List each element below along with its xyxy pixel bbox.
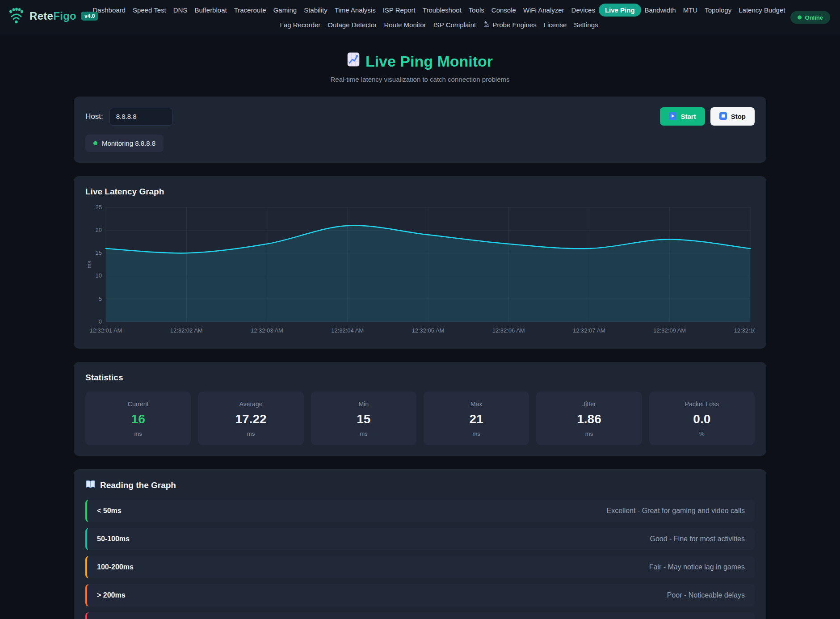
version-badge: v4.0 xyxy=(81,12,98,21)
reading-title: Reading the Graph xyxy=(85,480,755,491)
nav-item-probe-engines[interactable]: Probe Engines xyxy=(479,18,540,31)
stat-value: 0.0 xyxy=(654,412,750,426)
stat-card-min: Min15ms xyxy=(311,392,416,445)
controls-card: Host: Start Stop Monitoring 8. xyxy=(74,97,766,163)
stat-unit: ms xyxy=(428,430,525,437)
paw-wifi-logo-icon xyxy=(7,6,25,26)
stop-button[interactable]: Stop xyxy=(710,107,755,126)
app-logo[interactable]: ReteFigo v4.0 xyxy=(7,6,98,26)
nav-item-latency-budget[interactable]: Latency Budget xyxy=(735,4,789,17)
stat-card-max: Max21ms xyxy=(424,392,529,445)
stat-unit: % xyxy=(654,430,750,437)
nav-item-route-monitor[interactable]: Route Monitor xyxy=(380,18,429,31)
svg-text:25: 25 xyxy=(96,204,102,211)
svg-text:12:32:04 AM: 12:32:04 AM xyxy=(331,327,364,334)
chart-increasing-icon xyxy=(347,52,360,70)
nav-item-stability[interactable]: Stability xyxy=(300,4,331,17)
latency-line-chart: 051015202512:32:01 AM12:32:02 AM12:32:03… xyxy=(85,204,755,338)
nav-item-outage-detector[interactable]: Outage Detector xyxy=(324,18,380,31)
stat-label: Average xyxy=(202,400,299,408)
nav-item-topology[interactable]: Topology xyxy=(701,4,735,17)
svg-text:15: 15 xyxy=(96,249,102,256)
host-input[interactable] xyxy=(109,108,173,126)
legend-description: Fair - May notice lag in games xyxy=(649,563,745,571)
svg-text:10: 10 xyxy=(96,272,102,279)
nav-item-traceroute[interactable]: Traceroute xyxy=(231,4,270,17)
stats-grid: Current16msAverage17.22msMin15msMax21msJ… xyxy=(85,392,755,445)
statistics-title: Statistics xyxy=(85,373,755,383)
monitoring-status-badge: Monitoring 8.8.8.8 xyxy=(85,135,164,152)
nav-item-dns[interactable]: DNS xyxy=(170,4,191,17)
stat-value: 15 xyxy=(315,412,412,426)
nav-item-bufferbloat[interactable]: Bufferbloat xyxy=(191,4,230,17)
stat-label: Current xyxy=(90,400,186,408)
status-badge: Online xyxy=(790,11,830,24)
page-subtitle: Real-time latency visualization to catch… xyxy=(0,76,840,83)
microscope-icon xyxy=(483,21,490,29)
stop-icon xyxy=(719,112,727,121)
nav-item-troubleshoot[interactable]: Troubleshoot xyxy=(419,4,465,17)
stat-unit: ms xyxy=(202,430,299,437)
nav-item-license[interactable]: License xyxy=(540,18,571,31)
nav-item-isp-complaint[interactable]: ISP Complaint xyxy=(430,18,480,31)
svg-text:20: 20 xyxy=(96,227,102,233)
legend-range: 50-100ms xyxy=(97,535,130,543)
stat-card-jitter: Jitter1.86ms xyxy=(536,392,642,445)
nav-item-bandwidth[interactable]: Bandwidth xyxy=(641,4,680,17)
nav-item-tools[interactable]: Tools xyxy=(465,4,488,17)
nav-item-lag-recorder[interactable]: Lag Recorder xyxy=(276,18,324,31)
stat-value: 16 xyxy=(90,412,186,426)
nav-item-gaming[interactable]: Gaming xyxy=(270,4,301,17)
legend-range: 100-200ms xyxy=(97,563,134,571)
legend-description: Poor - Noticeable delays xyxy=(667,591,745,599)
svg-text:12:32:09 AM: 12:32:09 AM xyxy=(653,327,686,334)
nav-item-mtu[interactable]: MTU xyxy=(680,4,701,17)
open-book-icon xyxy=(85,480,96,491)
legend-row-50-100ms: 50-100msGood - Fine for most activities xyxy=(85,528,755,550)
nav-row-primary: DashboardSpeed TestDNSBufferbloatTracero… xyxy=(89,4,789,17)
reading-guide-card: Reading the Graph < 50msExcellent - Grea… xyxy=(74,469,766,619)
svg-text:12:32:03 AM: 12:32:03 AM xyxy=(251,327,283,334)
app-name: ReteFigo xyxy=(29,10,76,22)
live-latency-chart: 051015202512:32:01 AM12:32:02 AM12:32:03… xyxy=(85,204,755,338)
nav-item-wifi-analyzer[interactable]: WiFi Analyzer xyxy=(520,4,568,17)
svg-text:12:32:07 AM: 12:32:07 AM xyxy=(573,327,605,334)
host-label: Host: xyxy=(85,112,103,121)
legend-description: Good - Fine for most activities xyxy=(650,535,745,543)
stat-card-current: Current16ms xyxy=(85,392,191,445)
nav-item-isp-report[interactable]: ISP Report xyxy=(379,4,419,17)
svg-text:12:32:02 AM: 12:32:02 AM xyxy=(170,327,203,334)
online-dot-icon xyxy=(798,16,802,20)
page-header: Live Ping Monitor Real-time latency visu… xyxy=(0,52,840,83)
nav-row-secondary: Lag RecorderOutage DetectorRoute Monitor… xyxy=(276,18,601,31)
nav-item-live-ping[interactable]: Live Ping xyxy=(599,4,641,17)
stat-value: 1.86 xyxy=(541,412,637,426)
svg-text:5: 5 xyxy=(99,295,102,302)
nav-item-console[interactable]: Console xyxy=(488,4,520,17)
start-button[interactable]: Start xyxy=(660,107,705,126)
legend-row-gaps-spikes: Gaps/SpikesPacket loss or connection ins… xyxy=(85,612,755,619)
nav-item-speed-test[interactable]: Speed Test xyxy=(129,4,170,17)
svg-text:0: 0 xyxy=(99,318,102,325)
page-title: Live Ping Monitor xyxy=(347,52,493,70)
monitoring-dot-icon xyxy=(93,141,97,145)
stat-card-packet-loss: Packet Loss0.0% xyxy=(649,392,755,445)
stat-card-average: Average17.22ms xyxy=(198,392,303,445)
top-navbar: ReteFigo v4.0 DashboardSpeed TestDNSBuff… xyxy=(0,0,840,35)
legend-range: > 200ms xyxy=(97,591,126,599)
stat-value: 21 xyxy=(428,412,525,426)
stat-label: Jitter xyxy=(541,400,637,408)
nav-item-devices[interactable]: Devices xyxy=(568,4,599,17)
nav-item-settings[interactable]: Settings xyxy=(570,18,601,31)
legend-range: < 50ms xyxy=(97,507,122,515)
stat-label: Max xyxy=(428,400,525,408)
legend-row--200ms: > 200msPoor - Noticeable delays xyxy=(85,584,755,606)
legend-row--50ms: < 50msExcellent - Great for gaming and v… xyxy=(85,500,755,522)
svg-text:12:32:06 AM: 12:32:06 AM xyxy=(492,327,525,334)
latency-graph-card: Live Latency Graph 051015202512:32:01 AM… xyxy=(74,176,766,349)
svg-text:12:32:10 AM: 12:32:10 AM xyxy=(734,327,755,334)
nav-item-time-analysis[interactable]: Time Analysis xyxy=(331,4,379,17)
svg-text:12:32:05 AM: 12:32:05 AM xyxy=(412,327,445,334)
play-icon xyxy=(669,112,676,121)
nav-menu: DashboardSpeed TestDNSBufferbloatTracero… xyxy=(83,4,795,31)
